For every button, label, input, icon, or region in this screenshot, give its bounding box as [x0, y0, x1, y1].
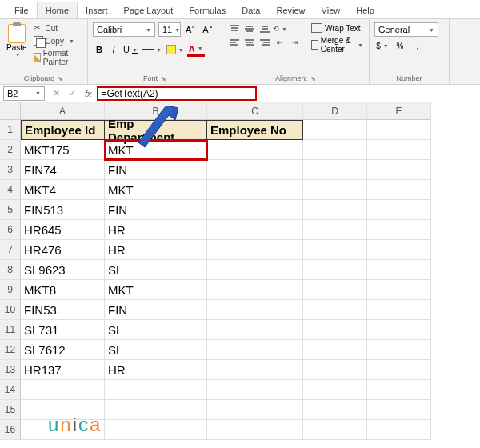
cell[interactable]: FIN53	[21, 300, 105, 320]
cell[interactable]	[303, 320, 367, 340]
cell[interactable]	[367, 340, 431, 360]
col-header[interactable]: A	[21, 102, 105, 120]
cell[interactable]	[303, 160, 367, 180]
row-header[interactable]: 3	[0, 160, 21, 180]
cell[interactable]	[303, 360, 367, 380]
cell[interactable]	[105, 420, 207, 440]
cancel-formula-button[interactable]: ✕	[48, 88, 64, 98]
orientation-button[interactable]: ⟲▼	[273, 22, 287, 35]
align-right-button[interactable]	[258, 36, 272, 49]
col-header[interactable]: D	[303, 102, 367, 120]
name-box[interactable]: B2▼	[3, 86, 45, 101]
cell[interactable]: Employee No	[207, 120, 303, 140]
font-name-select[interactable]: Calibri▼	[93, 22, 155, 37]
cell[interactable]	[303, 140, 367, 160]
row-header[interactable]: 2	[0, 140, 21, 160]
cell[interactable]	[303, 240, 367, 260]
tab-page-layout[interactable]: Page Layout	[116, 2, 182, 18]
cell[interactable]: FIN	[105, 300, 207, 320]
row-header[interactable]: 1	[0, 120, 21, 140]
tab-data[interactable]: Data	[234, 2, 268, 18]
cell[interactable]: Emp Department	[105, 120, 207, 140]
comma-button[interactable]: ,	[410, 38, 426, 53]
tab-file[interactable]: File	[6, 2, 37, 18]
border-button[interactable]: ▼	[141, 42, 163, 57]
cell[interactable]: Employee Id	[21, 120, 105, 140]
cell[interactable]: HR137	[21, 360, 105, 380]
cell[interactable]	[367, 120, 431, 140]
tab-view[interactable]: View	[314, 2, 349, 18]
row-header[interactable]: 12	[0, 340, 21, 360]
cell[interactable]	[367, 240, 431, 260]
cell[interactable]	[367, 320, 431, 340]
italic-button[interactable]: I	[107, 42, 120, 57]
wrap-text-button[interactable]: Wrap Text	[310, 22, 364, 34]
cell[interactable]	[207, 180, 303, 200]
align-middle-button[interactable]	[242, 22, 257, 35]
row-header[interactable]: 16	[0, 420, 21, 440]
row-header[interactable]: 15	[0, 400, 21, 420]
row-header[interactable]: 4	[0, 180, 21, 200]
cell[interactable]: MKT175	[21, 140, 105, 160]
tab-insert[interactable]: Insert	[78, 2, 116, 18]
cell[interactable]	[207, 140, 303, 160]
cell[interactable]	[105, 400, 207, 420]
cell[interactable]	[207, 280, 303, 300]
fx-icon[interactable]: fx	[80, 89, 97, 98]
dialog-launcher-icon[interactable]: ⬊	[310, 75, 316, 82]
cell[interactable]	[367, 260, 431, 280]
paste-button[interactable]: Paste ▼	[5, 22, 29, 59]
cell[interactable]	[207, 340, 303, 360]
tab-help[interactable]: Help	[348, 2, 382, 18]
format-painter-button[interactable]: Format Painter	[32, 48, 82, 67]
merge-center-button[interactable]: Merge & Center▼	[310, 35, 364, 54]
font-color-button[interactable]: A▼	[187, 42, 205, 57]
cell[interactable]	[303, 200, 367, 220]
dialog-launcher-icon[interactable]: ⬊	[58, 75, 63, 82]
cut-button[interactable]: ✂Cut	[32, 22, 82, 34]
row-header[interactable]: 5	[0, 200, 21, 220]
cell[interactable]	[207, 300, 303, 320]
cell[interactable]: MKT8	[21, 280, 105, 300]
row-header[interactable]: 10	[0, 300, 21, 320]
cell[interactable]	[207, 260, 303, 280]
decrease-font-button[interactable]: A˅	[201, 23, 214, 37]
formula-input[interactable]: =GetText(A2)	[97, 86, 257, 101]
cell[interactable]	[207, 320, 303, 340]
align-left-button[interactable]	[227, 36, 242, 49]
cell[interactable]	[367, 140, 431, 160]
decrease-indent-button[interactable]: ⇤	[273, 36, 287, 49]
dialog-launcher-icon[interactable]: ⬊	[161, 75, 166, 82]
bold-button[interactable]: B	[93, 42, 106, 57]
cell[interactable]	[303, 220, 367, 240]
enter-formula-button[interactable]: ✓	[64, 88, 80, 98]
cell[interactable]	[367, 180, 431, 200]
cell[interactable]: SL731	[21, 320, 105, 340]
cell[interactable]: MKT	[105, 180, 207, 200]
cell[interactable]	[367, 380, 431, 400]
underline-button[interactable]: U▼	[122, 42, 139, 57]
increase-indent-button[interactable]: ⇥	[288, 36, 302, 49]
cell[interactable]	[367, 200, 431, 220]
currency-button[interactable]: $▼	[374, 38, 390, 53]
select-all-corner[interactable]	[0, 102, 21, 120]
cell[interactable]	[367, 420, 431, 440]
col-header[interactable]: C	[207, 102, 303, 120]
tab-home[interactable]: Home	[37, 2, 78, 18]
cell[interactable]: HR	[105, 220, 207, 240]
col-header[interactable]: E	[367, 102, 431, 120]
cell[interactable]: MKT4	[21, 180, 105, 200]
cell[interactable]	[303, 180, 367, 200]
copy-button[interactable]: Copy▼	[32, 35, 82, 46]
cell[interactable]	[303, 420, 367, 440]
cell[interactable]: FIN	[105, 200, 207, 220]
increase-font-button[interactable]: A˄	[184, 23, 198, 37]
cell[interactable]	[303, 260, 367, 280]
cell[interactable]	[207, 360, 303, 380]
cell[interactable]	[303, 280, 367, 300]
cell-selected[interactable]: MKT	[105, 140, 207, 160]
cell[interactable]	[21, 380, 105, 400]
font-size-select[interactable]: 11▼	[158, 22, 181, 37]
cell[interactable]: SL9623	[21, 260, 105, 280]
cell[interactable]: FIN74	[21, 160, 105, 180]
